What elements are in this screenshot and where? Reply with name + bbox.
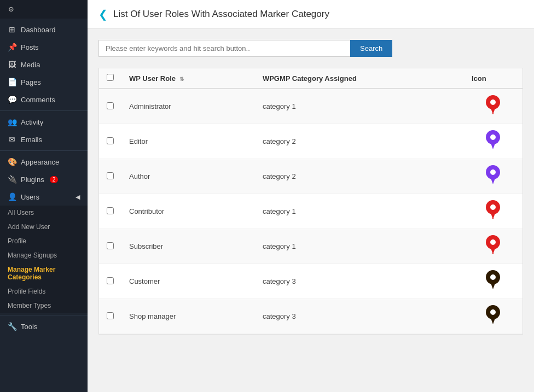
media-icon: 🖼 bbox=[8, 60, 16, 69]
svg-marker-5 bbox=[491, 143, 495, 149]
table-header-wpgmp-category: WPGMP Category Assigned bbox=[255, 68, 464, 89]
sidebar-item-manage-signups[interactable]: Manage Signups bbox=[0, 248, 88, 262]
row-checkbox[interactable] bbox=[107, 137, 114, 144]
search-button[interactable]: Search bbox=[350, 40, 392, 57]
table-row: Subscribercategory 1 bbox=[99, 229, 523, 264]
svg-point-16 bbox=[490, 274, 496, 280]
sidebar-item-appearance[interactable]: 🎨 Appearance bbox=[0, 153, 88, 171]
sidebar-item-label: Activity bbox=[21, 118, 43, 126]
sidebar-item-profile[interactable]: Profile bbox=[0, 234, 88, 248]
row-icon bbox=[464, 159, 523, 194]
sidebar-item-media[interactable]: 🖼 Media bbox=[0, 56, 88, 73]
row-checkbox[interactable] bbox=[107, 172, 114, 179]
posts-icon: 📌 bbox=[8, 43, 16, 51]
users-submenu: All Users Add New User Profile Manage Si… bbox=[0, 206, 88, 313]
row-icon bbox=[464, 194, 523, 229]
table-row: Customercategory 3 bbox=[99, 264, 523, 299]
sidebar-item-users[interactable]: 👤 Users ◀ bbox=[0, 188, 88, 206]
sidebar-item-comments[interactable]: 💬 Comments bbox=[0, 91, 88, 108]
sidebar-item-emails[interactable]: ✉ Emails bbox=[0, 131, 88, 148]
row-checkbox-cell bbox=[99, 159, 121, 194]
row-checkbox[interactable] bbox=[107, 207, 114, 214]
appearance-icon: 🎨 bbox=[8, 157, 16, 166]
emails-icon: ✉ bbox=[8, 135, 16, 144]
sidebar-tools-label: Tools bbox=[21, 323, 37, 331]
map-pin-icon bbox=[485, 130, 501, 153]
row-category: category 3 bbox=[255, 299, 464, 334]
roles-table-wrapper: WP User Role ⇅ WPGMP Category Assigned I… bbox=[98, 68, 523, 335]
row-icon bbox=[464, 264, 523, 299]
map-pin-icon bbox=[485, 95, 501, 118]
row-category: category 1 bbox=[255, 229, 464, 264]
row-icon bbox=[464, 89, 523, 124]
sidebar-item-add-new-user[interactable]: Add New User bbox=[0, 220, 88, 234]
svg-point-1 bbox=[490, 100, 496, 105]
row-checkbox-cell bbox=[99, 264, 121, 299]
sidebar-item-label: Posts bbox=[21, 43, 39, 51]
map-pin-icon bbox=[485, 165, 501, 188]
search-input[interactable] bbox=[98, 40, 350, 57]
table-body: Administratorcategory 1 Editorcategory 2… bbox=[99, 89, 523, 334]
sidebar-item-label: Media bbox=[21, 61, 40, 69]
row-checkbox-cell bbox=[99, 299, 121, 334]
main-content: ❮ List Of User Roles With Associated Mar… bbox=[88, 0, 534, 392]
table-header-icon: Icon bbox=[464, 68, 523, 89]
sidebar-logo: ⊙ bbox=[0, 0, 88, 19]
row-checkbox[interactable] bbox=[107, 312, 114, 319]
sidebar-item-member-types[interactable]: Member Types bbox=[0, 299, 88, 313]
sidebar-item-pages[interactable]: 📄 Pages bbox=[0, 73, 88, 91]
page-header: ❮ List Of User Roles With Associated Mar… bbox=[88, 0, 534, 29]
svg-point-19 bbox=[490, 309, 496, 315]
tools-icon: 🔧 bbox=[8, 322, 16, 331]
row-checkbox[interactable] bbox=[107, 102, 114, 109]
row-role: Editor bbox=[121, 124, 255, 159]
sidebar-item-activity[interactable]: 👥 Activity bbox=[0, 113, 88, 131]
svg-marker-20 bbox=[491, 318, 495, 324]
users-icon: 👤 bbox=[8, 192, 16, 201]
svg-point-4 bbox=[490, 134, 496, 140]
row-role: Customer bbox=[121, 264, 255, 299]
table-row: Shop managercategory 3 bbox=[99, 299, 523, 334]
table-row: Editorcategory 2 bbox=[99, 124, 523, 159]
activity-icon: 👥 bbox=[8, 118, 16, 126]
sidebar-item-label: Comments bbox=[21, 96, 55, 104]
table-row: Contributorcategory 1 bbox=[99, 194, 523, 229]
sidebar-item-label: Emails bbox=[21, 136, 42, 144]
row-category: category 1 bbox=[255, 194, 464, 229]
sort-arrows-icon[interactable]: ⇅ bbox=[179, 76, 184, 82]
sidebar-item-label: Users bbox=[21, 193, 39, 201]
sidebar-item-dashboard[interactable]: ⊞ Dashboard bbox=[0, 21, 88, 38]
map-pin-icon bbox=[485, 235, 501, 258]
sidebar-item-plugins[interactable]: 🔌 Plugins 2 bbox=[0, 171, 88, 188]
row-role: Author bbox=[121, 159, 255, 194]
chevron-icon: ◀ bbox=[76, 194, 80, 201]
sidebar-item-manage-marker-categories[interactable]: Manage Marker Categories bbox=[0, 262, 88, 284]
table-header-checkbox bbox=[99, 68, 121, 89]
sidebar: ⊙ ⊞ Dashboard 📌 Posts 🖼 Media 📄 Pages 💬 … bbox=[0, 0, 88, 392]
row-icon bbox=[464, 299, 523, 334]
sidebar-item-label: Appearance bbox=[21, 158, 59, 166]
sidebar-item-all-users[interactable]: All Users bbox=[0, 206, 88, 220]
select-all-checkbox[interactable] bbox=[107, 74, 114, 81]
comments-icon: 💬 bbox=[8, 95, 16, 104]
page-title: List Of User Roles With Associated Marke… bbox=[113, 9, 329, 20]
row-icon bbox=[464, 229, 523, 264]
row-icon bbox=[464, 124, 523, 159]
row-checkbox[interactable] bbox=[107, 277, 114, 284]
sidebar-item-label: Dashboard bbox=[21, 26, 56, 34]
row-checkbox-cell bbox=[99, 124, 121, 159]
sidebar-item-label: Plugins bbox=[21, 175, 44, 184]
table-header-wp-user-role: WP User Role ⇅ bbox=[121, 68, 255, 89]
svg-marker-14 bbox=[491, 248, 495, 254]
search-bar: Search bbox=[98, 40, 523, 57]
sidebar-nav: ⊞ Dashboard 📌 Posts 🖼 Media 📄 Pages 💬 Co… bbox=[0, 19, 88, 337]
sidebar-item-tools[interactable]: 🔧 Tools bbox=[0, 318, 88, 335]
row-category: category 2 bbox=[255, 124, 464, 159]
sidebar-item-profile-fields[interactable]: Profile Fields bbox=[0, 284, 88, 299]
svg-marker-17 bbox=[491, 283, 495, 289]
svg-point-10 bbox=[490, 204, 496, 210]
sidebar-item-posts[interactable]: 📌 Posts bbox=[0, 38, 88, 56]
row-checkbox[interactable] bbox=[107, 242, 114, 249]
row-role: Contributor bbox=[121, 194, 255, 229]
row-checkbox-cell bbox=[99, 89, 121, 124]
